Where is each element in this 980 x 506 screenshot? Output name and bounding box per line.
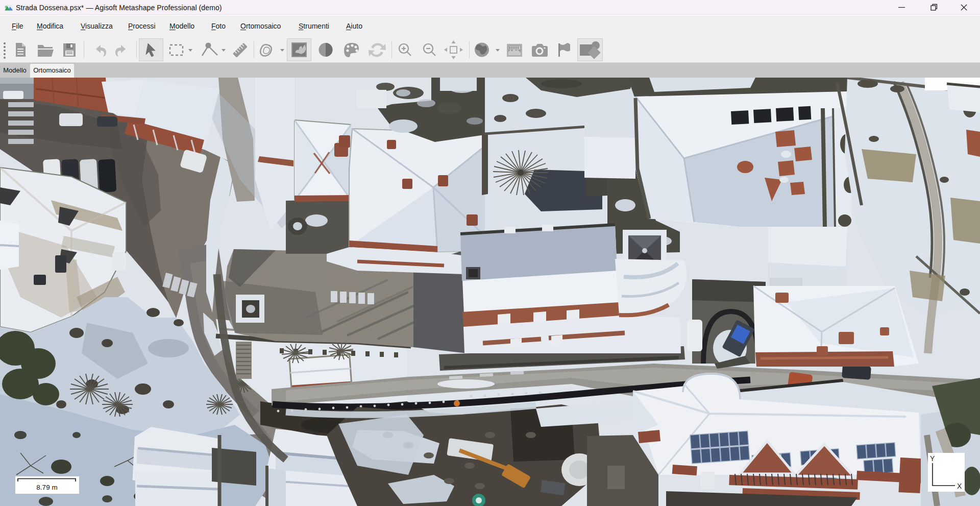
svg-text:X: X: [957, 482, 962, 490]
svg-text:Y: Y: [930, 454, 935, 463]
svg-text:8.79 m: 8.79 m: [36, 484, 57, 491]
